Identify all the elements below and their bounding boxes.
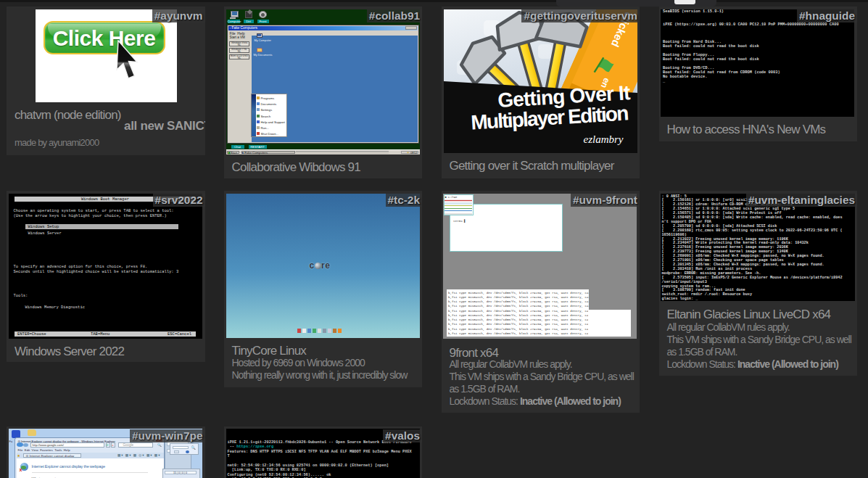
- svg-text:ezlambry: ezlambry: [583, 133, 623, 145]
